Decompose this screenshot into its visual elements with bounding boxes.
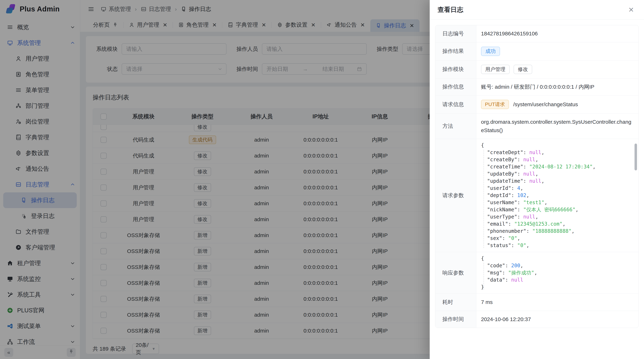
detail-row-耗时: 耗时7 ms	[435, 294, 638, 311]
drawer-header: 查看日志 ✕	[430, 0, 644, 20]
put-request-badge: PUT请求	[481, 100, 509, 109]
detail-value: PUT请求/system/user/changeStatus	[476, 95, 638, 113]
scrollbar-thumb[interactable]	[634, 144, 637, 170]
detail-label: 操作信息	[435, 78, 476, 95]
app-root: Plus Admin 概览系统管理用户管理角色管理菜单管理部门管理岗位管理字典管…	[0, 0, 644, 359]
detail-label: 请求信息	[435, 95, 476, 113]
detail-value: 用户管理修改	[476, 60, 638, 78]
module-tag: 修改	[514, 65, 532, 74]
detail-value: 账号: admin / 研发部门 / 0:0:0:0:0:0:0:1 / 内网I…	[476, 78, 638, 95]
detail-row-请求信息: 请求信息PUT请求/system/user/changeStatus	[435, 95, 638, 113]
detail-value: 2024-10-06 12:20:37	[476, 311, 638, 328]
request-url: /system/user/changeStatus	[513, 100, 578, 109]
detail-label: 操作时间	[435, 311, 476, 328]
detail-row-请求参数: 请求参数{ "createDept": null, "createBy": nu…	[435, 139, 638, 252]
indent-guide	[484, 150, 484, 248]
detail-label: 耗时	[435, 294, 476, 311]
detail-row-操作结果: 操作结果成功	[435, 42, 638, 60]
detail-value: org.dromara.system.controller.system.Sys…	[476, 113, 638, 139]
detail-row-操作时间: 操作时间2024-10-06 12:20:37	[435, 311, 638, 328]
detail-label: 响应参数	[435, 252, 476, 294]
detail-row-响应参数: 响应参数{ "code": 200, "msg": "操作成功", "data"…	[435, 252, 638, 294]
result-success-badge: 成功	[481, 47, 500, 56]
view-log-drawer: 查看日志 ✕ 日志编号1842781986426159106操作结果成功操作模块…	[430, 0, 644, 359]
detail-label: 日志编号	[435, 25, 476, 42]
detail-row-操作模块: 操作模块用户管理修改	[435, 60, 638, 78]
log-detail-table: 日志编号1842781986426159106操作结果成功操作模块用户管理修改操…	[435, 25, 639, 328]
indent-guide	[484, 263, 484, 290]
detail-row-方法: 方法org.dromara.system.controller.system.S…	[435, 113, 638, 139]
detail-value: 7 ms	[476, 294, 638, 311]
detail-label: 操作结果	[435, 42, 476, 60]
detail-row-日志编号: 日志编号1842781986426159106	[435, 25, 638, 42]
detail-label: 操作模块	[435, 60, 476, 78]
detail-value: { "createDept": null, "createBy": null, …	[476, 139, 638, 252]
module-tag: 用户管理	[481, 65, 510, 74]
detail-label: 请求参数	[435, 139, 476, 252]
detail-label: 方法	[435, 113, 476, 139]
close-icon[interactable]: ✕	[628, 6, 634, 13]
detail-value: 成功	[476, 42, 638, 60]
drawer-title: 查看日志	[438, 5, 463, 14]
detail-value: { "code": 200, "msg": "操作成功", "data": nu…	[476, 252, 638, 294]
json-code-block: { "createDept": null, "createBy": null, …	[481, 142, 634, 249]
json-code-block: { "code": 200, "msg": "操作成功", "data": nu…	[481, 255, 634, 291]
detail-value: 1842781986426159106	[476, 25, 638, 42]
detail-row-操作信息: 操作信息账号: admin / 研发部门 / 0:0:0:0:0:0:0:1 /…	[435, 78, 638, 96]
drawer-modal-overlay[interactable]	[0, 0, 430, 359]
